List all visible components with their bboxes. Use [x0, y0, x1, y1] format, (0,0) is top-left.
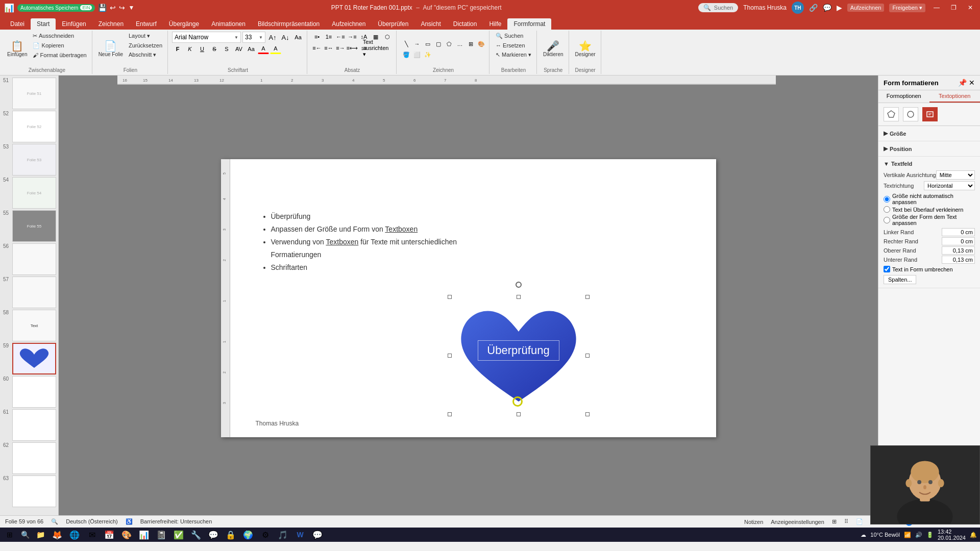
decrease-indent-btn[interactable]: ←≡	[335, 32, 346, 42]
handle-tr[interactable]	[585, 295, 590, 299]
shape-outline[interactable]: ⬜	[411, 49, 423, 60]
close-btn[interactable]: ✕	[965, 4, 976, 11]
tab-entwurf[interactable]: Entwurf	[130, 18, 163, 30]
taskbar-onenote[interactable]: 📓	[153, 529, 169, 541]
slide-thumb-56[interactable]	[12, 243, 56, 275]
tab-einfuegen[interactable]: Einfügen	[56, 18, 92, 30]
rotate-handle[interactable]	[516, 282, 522, 288]
shape-more[interactable]: …	[454, 39, 465, 49]
tab-uebergaenge[interactable]: Übergänge	[163, 18, 205, 30]
view-sorter-btn[interactable]: ⠿	[844, 518, 848, 525]
taskbar-vpn[interactable]: 🔒	[223, 529, 239, 541]
avatar[interactable]: TH	[792, 2, 804, 14]
tray-datetime[interactable]: 13:42 20.01.2024	[938, 529, 966, 541]
tab-bildschirm[interactable]: Bildschirmpräsentation	[252, 18, 326, 30]
strikethrough-btn[interactable]: S	[209, 44, 220, 54]
radio-shrink-text[interactable]: Text bei Überlauf verkleinern	[884, 206, 975, 213]
highlight-btn[interactable]: A	[270, 44, 281, 54]
change-case-btn[interactable]: Aa	[246, 44, 257, 54]
undo-icon[interactable]: ↩	[110, 4, 116, 12]
tab-hilfe[interactable]: Hilfe	[483, 18, 507, 30]
customize-icon[interactable]: ▼	[128, 4, 134, 11]
view-normal-btn[interactable]: ⊞	[832, 518, 837, 525]
textfeld-title[interactable]: ▼ Textfeld	[884, 159, 975, 169]
left-margin-input[interactable]	[942, 228, 975, 236]
taskbar-calendar[interactable]: 📅	[101, 529, 117, 541]
slide-thumb-62[interactable]	[12, 442, 56, 474]
reset-btn[interactable]: Zurücksetzen	[127, 41, 164, 49]
font-size-selector[interactable]: 33 ▼	[242, 32, 265, 43]
tab-textoptionen[interactable]: Textoptionen	[929, 90, 981, 103]
char-spacing-btn[interactable]: AV	[233, 44, 244, 54]
radio-resize-shape[interactable]: Größe der Form dem Text anpassen	[884, 214, 975, 226]
cut-btn[interactable]: ✂ Ausschneiden	[31, 32, 88, 40]
spalten-btn[interactable]: Spalten...	[884, 275, 916, 284]
wrap-text-checkbox[interactable]	[884, 266, 890, 272]
tab-ueberpruefen[interactable]: Überprüfen	[372, 18, 414, 30]
panel-pin-icon[interactable]: 📌	[958, 79, 967, 87]
slide-thumb-51[interactable]: Folie 51	[12, 78, 56, 109]
taskbar-paint[interactable]: 🎨	[118, 529, 135, 541]
view-notes-btn[interactable]: 📄	[856, 518, 863, 525]
slide-thumb-61[interactable]	[12, 409, 56, 441]
align-right-btn[interactable]: ≡→	[335, 43, 346, 53]
share-btn[interactable]: Freigeben ▾	[889, 4, 925, 12]
heart-text-box[interactable]: Überprüfung	[478, 340, 559, 361]
font-color-btn[interactable]: A	[258, 44, 269, 54]
slide-thumb-60[interactable]	[12, 376, 56, 408]
radio-no-autofit[interactable]: Größe nicht automatisch anpassen	[884, 193, 975, 205]
quick-styles-btn[interactable]: 🎨	[476, 39, 487, 49]
handle-tl[interactable]	[448, 295, 452, 299]
shape-rect[interactable]: ▭	[422, 39, 433, 49]
tab-formformat[interactable]: Formformat	[507, 18, 551, 30]
handle-bc[interactable]	[517, 412, 521, 416]
minimize-btn[interactable]: —	[930, 4, 943, 11]
align-left-btn[interactable]: ≡←	[311, 43, 323, 53]
slide-thumb-57[interactable]	[12, 277, 56, 308]
tab-formoptionen[interactable]: Formoptionen	[878, 90, 929, 103]
shape-round-rect[interactable]: ▢	[433, 39, 444, 49]
tab-aufzeichnen[interactable]: Aufzeichnen	[326, 18, 372, 30]
clear-format-btn[interactable]: Aa	[292, 32, 304, 42]
share-icon[interactable]: 🔗	[809, 4, 818, 12]
format-painter-btn[interactable]: 🖌 Format übertragen	[31, 51, 88, 59]
handle-br[interactable]	[585, 412, 590, 416]
groesse-title[interactable]: ▶ Größe	[884, 128, 975, 139]
text-format-icon-btn[interactable]	[922, 107, 938, 121]
tab-datei[interactable]: Datei	[4, 18, 31, 30]
canvas-area[interactable]: 16 15 14 13 12 1 2 3 4 5 6 7 8 5 4	[59, 76, 878, 515]
layout-btn[interactable]: Layout ▾	[127, 32, 164, 40]
slide-thumb-63[interactable]	[12, 475, 56, 507]
slide-thumb-59[interactable]	[12, 343, 56, 374]
shape-pentagon[interactable]: ⬠	[444, 39, 455, 49]
radio-shrink-text-input[interactable]	[884, 206, 890, 213]
handle-bl[interactable]	[448, 412, 452, 416]
slide-thumb-58[interactable]: Text	[12, 310, 56, 341]
taskbar-search[interactable]: 🔍	[18, 529, 32, 540]
diktieren-btn[interactable]: 🎤 Diktieren	[541, 39, 565, 59]
numbering-btn[interactable]: 1≡	[323, 32, 334, 42]
shape-fill[interactable]: 🪣	[401, 49, 412, 60]
handle-ml[interactable]	[448, 354, 452, 358]
justify-btn[interactable]: ≡⟷	[347, 43, 358, 53]
circle-format-icon-btn[interactable]	[903, 107, 918, 121]
replace-btn[interactable]: ↔ Ersetzen	[494, 41, 527, 49]
taskbar-teams[interactable]: 💬	[205, 529, 222, 541]
tab-start[interactable]: Start	[31, 18, 56, 30]
start-btn[interactable]: ⊞	[3, 529, 16, 540]
radio-resize-shape-input[interactable]	[884, 217, 890, 223]
slide-thumb-55[interactable]: Folie 55	[12, 210, 56, 242]
paste-btn[interactable]: 📋 Einfügen	[5, 39, 29, 59]
taskbar-todo[interactable]: ✅	[170, 529, 187, 541]
tab-animationen[interactable]: Animationen	[205, 18, 252, 30]
designer-btn[interactable]: ⭐ Designer	[573, 39, 598, 59]
slide-thumb-52[interactable]: Folie 52	[12, 111, 56, 142]
new-slide-btn[interactable]: 📄 Neue Folie	[96, 39, 125, 59]
increase-indent-btn[interactable]: →≡	[347, 32, 358, 42]
taskbar-tools[interactable]: 🔧	[188, 529, 204, 541]
copy-btn[interactable]: 📄 Kopieren	[31, 41, 88, 50]
bottom-margin-input[interactable]	[942, 256, 975, 264]
taskbar-word[interactable]: W	[292, 529, 308, 541]
shape-line[interactable]: ╲	[401, 39, 412, 49]
present-icon[interactable]: ▶	[837, 4, 842, 12]
